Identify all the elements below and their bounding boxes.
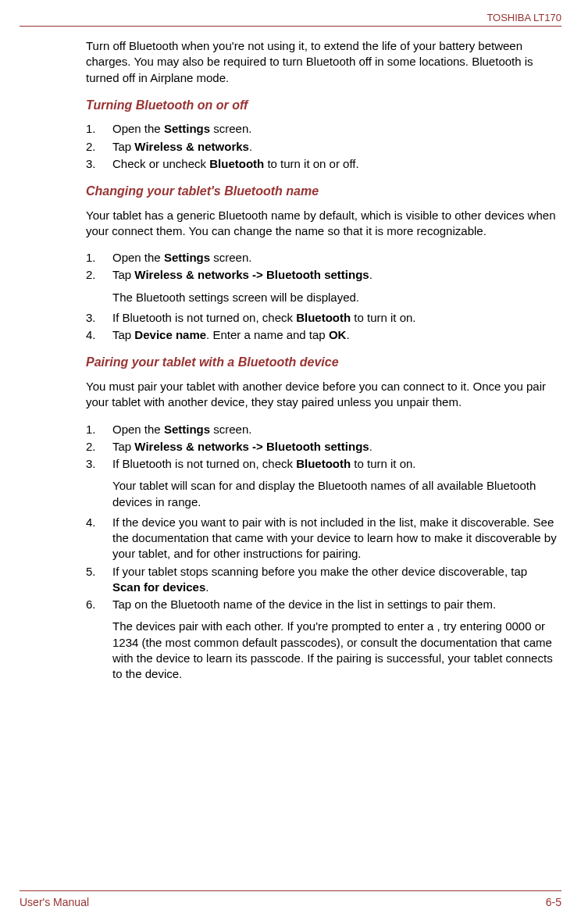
footer-left: User's Manual (20, 896, 89, 908)
list-item-extra: The devices pair with each other. If you… (112, 619, 558, 682)
list-item: Check or uncheck Bluetooth to turn it on… (86, 156, 558, 172)
section3-list: Open the Settings screen. Tap Wireless &… (86, 422, 558, 683)
list-item: Tap Device name. Enter a name and tap OK… (86, 327, 558, 343)
intro-paragraph: Turn off Bluetooth when you're not using… (86, 38, 558, 86)
list-item: Open the Settings screen. (86, 250, 558, 266)
section3-heading: Pairing your tablet with a Bluetooth dev… (86, 354, 558, 371)
list-item: Tap Wireless & networks. (86, 139, 558, 155)
list-item: If your tablet stops scanning before you… (86, 564, 558, 596)
list-item: If Bluetooth is not turned on, check Blu… (86, 456, 558, 510)
product-name: TOSHIBA LT170 (487, 12, 561, 23)
list-item: Tap Wireless & networks -> Bluetooth set… (86, 439, 558, 455)
list-item: If the device you want to pair with is n… (86, 515, 558, 562)
section2-intro: Your tablet has a generic Bluetooth name… (86, 208, 558, 240)
section2-heading: Changing your tablet's Bluetooth name (86, 183, 558, 200)
section1-list: Open the Settings screen. Tap Wireless &… (86, 121, 558, 172)
list-item: Open the Settings screen. (86, 121, 558, 137)
list-item-extra: Your tablet will scan for and display th… (112, 478, 558, 510)
list-item: Tap Wireless & networks -> Bluetooth set… (86, 267, 558, 305)
list-item: Tap on the Bluetooth name of the device … (86, 597, 558, 682)
section3-intro: You must pair your tablet with another d… (86, 379, 558, 411)
section1-heading: Turning Bluetooth on or off (86, 97, 558, 114)
page-footer: User's Manual 6-5 (20, 890, 561, 908)
list-item: Open the Settings screen. (86, 422, 558, 437)
page-content: Turn off Bluetooth when you're not using… (20, 38, 561, 682)
page-header: TOSHIBA LT170 (20, 12, 561, 27)
list-item-extra: The Bluetooth settings screen will be di… (112, 290, 558, 305)
section2-list: Open the Settings screen. Tap Wireless &… (86, 250, 558, 343)
list-item: If Bluetooth is not turned on, check Blu… (86, 310, 558, 326)
footer-right: 6-5 (546, 896, 561, 908)
